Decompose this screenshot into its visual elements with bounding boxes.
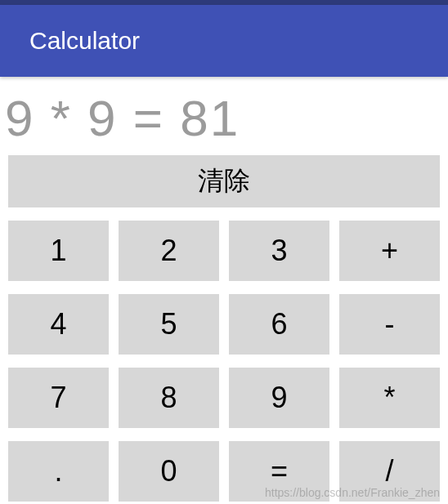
key-dot[interactable]: .	[8, 441, 109, 502]
app-title: Calculator	[29, 27, 140, 55]
key-0[interactable]: 0	[119, 441, 219, 502]
key-multiply[interactable]: *	[339, 368, 440, 428]
display-expression: 9 * 9 = 81	[5, 89, 240, 147]
clear-row: 清除	[0, 155, 448, 207]
display-area: 9 * 9 = 81	[0, 77, 448, 155]
key-2[interactable]: 2	[119, 221, 219, 281]
key-8[interactable]: 8	[119, 368, 219, 428]
key-3[interactable]: 3	[229, 221, 329, 281]
key-9[interactable]: 9	[229, 368, 329, 428]
app-bar: Calculator	[0, 5, 448, 77]
key-6[interactable]: 6	[229, 294, 329, 355]
key-minus[interactable]: -	[339, 294, 440, 355]
key-plus[interactable]: +	[339, 221, 440, 281]
key-4[interactable]: 4	[8, 294, 109, 355]
keypad: 1 2 3 + 4 5 6 - 7 8 9 * . 0 = /	[0, 221, 448, 502]
key-1[interactable]: 1	[8, 221, 109, 281]
watermark: https://blog.csdn.net/Frankie_zhen	[265, 486, 440, 499]
key-5[interactable]: 5	[119, 294, 219, 355]
key-7[interactable]: 7	[8, 368, 109, 428]
clear-button[interactable]: 清除	[8, 155, 440, 207]
